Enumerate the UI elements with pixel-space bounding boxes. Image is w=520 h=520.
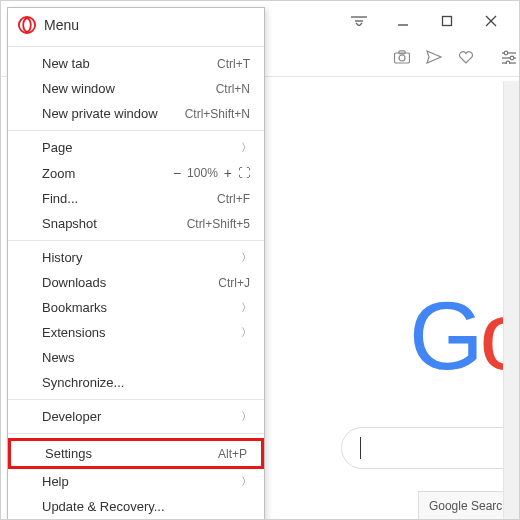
svg-point-16 <box>19 17 35 33</box>
menu-header[interactable]: Menu <box>8 8 264 44</box>
menu-item-accel: Alt+P <box>218 447 247 461</box>
opera-logo-icon <box>18 16 36 34</box>
chevron-right-icon: 〉 <box>241 250 252 265</box>
chevron-right-icon: 〉 <box>241 409 252 424</box>
chevron-right-icon: 〉 <box>241 325 252 340</box>
svg-point-15 <box>506 61 510 64</box>
menu-item-developer[interactable]: Developer 〉 <box>8 404 264 429</box>
menu-item-accel: Ctrl+Shift+N <box>185 107 250 121</box>
chevron-right-icon: 〉 <box>241 474 252 489</box>
zoom-out-button[interactable]: − <box>173 165 181 181</box>
menu-item-settings[interactable]: Settings Alt+P <box>8 438 264 469</box>
menu-item-label: Page <box>42 140 250 155</box>
svg-rect-3 <box>443 17 452 26</box>
menu-item-label: News <box>42 350 250 365</box>
menu-item-news[interactable]: News <box>8 345 264 370</box>
google-logo-g: G <box>409 282 480 389</box>
text-cursor <box>360 437 361 459</box>
menu-item-label: Developer <box>42 409 250 424</box>
menu-item-bookmarks[interactable]: Bookmarks 〉 <box>8 295 264 320</box>
menu-item-label: Snapshot <box>42 216 187 231</box>
menu-item-update-recovery[interactable]: Update & Recovery... <box>8 494 264 519</box>
bookmark-button[interactable] <box>457 50 475 67</box>
menu-separator <box>8 130 264 131</box>
menu-item-label: Settings <box>45 446 218 461</box>
maximize-icon <box>441 15 453 27</box>
menu-item-new-window[interactable]: New window Ctrl+N <box>8 76 264 101</box>
svg-marker-9 <box>427 51 441 63</box>
svg-point-7 <box>399 55 405 61</box>
heart-icon <box>458 50 474 64</box>
menu-item-label: Downloads <box>42 275 218 290</box>
menu-item-extensions[interactable]: Extensions 〉 <box>8 320 264 345</box>
menu-item-accel: Ctrl+J <box>218 276 250 290</box>
menu-item-history[interactable]: History 〉 <box>8 245 264 270</box>
zoom-in-button[interactable]: + <box>224 165 232 181</box>
svg-point-17 <box>23 18 31 32</box>
menu-item-accel: Ctrl+T <box>217 57 250 71</box>
menu-item-label: Find... <box>42 191 217 206</box>
close-icon <box>485 15 497 27</box>
menu-item-label: New tab <box>42 56 217 71</box>
menu-item-synchronize[interactable]: Synchronize... <box>8 370 264 395</box>
chevron-right-icon: 〉 <box>241 300 252 315</box>
menu-item-label: Update & Recovery... <box>42 499 250 514</box>
menu-item-label: Extensions <box>42 325 250 340</box>
menu-separator <box>8 433 264 434</box>
menu-item-label: Zoom <box>42 166 173 181</box>
tabs-menu-button[interactable] <box>337 7 381 35</box>
menu-separator <box>8 46 264 47</box>
easy-setup-icon <box>501 50 517 64</box>
menu-item-label: Help <box>42 474 250 489</box>
svg-rect-8 <box>399 51 405 54</box>
chevron-right-icon: 〉 <box>241 140 252 155</box>
close-button[interactable] <box>469 7 513 35</box>
menu-item-new-private-window[interactable]: New private window Ctrl+Shift+N <box>8 101 264 126</box>
easy-setup-button[interactable] <box>495 50 513 67</box>
menu-item-label: New window <box>42 81 216 96</box>
google-search-label: Google Search <box>429 499 509 513</box>
minimize-button[interactable] <box>381 7 425 35</box>
menu-item-label: Synchronize... <box>42 375 250 390</box>
menu-item-accel: Ctrl+Shift+5 <box>187 217 250 231</box>
menu-item-zoom[interactable]: Zoom − 100% + ⛶ <box>8 160 264 186</box>
svg-point-13 <box>510 56 514 60</box>
menu-item-label: History <box>42 250 250 265</box>
google-search-input[interactable] <box>341 427 519 469</box>
send-button[interactable] <box>425 50 443 67</box>
menu-item-accel: Ctrl+N <box>216 82 250 96</box>
maximize-button[interactable] <box>425 7 469 35</box>
camera-icon <box>394 50 410 64</box>
browser-window: v.google.com <box>1 1 519 519</box>
main-menu: Menu New tab Ctrl+T New window Ctrl+N Ne… <box>7 7 265 520</box>
svg-point-11 <box>504 51 508 55</box>
minimize-icon <box>397 15 409 27</box>
vertical-scrollbar[interactable] <box>503 81 519 519</box>
menu-item-page[interactable]: Page 〉 <box>8 135 264 160</box>
tabs-icon <box>351 16 367 26</box>
send-icon <box>426 50 442 64</box>
address-bar-actions <box>385 50 483 67</box>
zoom-value: 100% <box>187 166 218 180</box>
menu-item-downloads[interactable]: Downloads Ctrl+J <box>8 270 264 295</box>
menu-item-accel: Ctrl+F <box>217 192 250 206</box>
menu-item-label: New private window <box>42 106 185 121</box>
snapshot-button[interactable] <box>393 50 411 67</box>
menu-separator <box>8 240 264 241</box>
fullscreen-button[interactable]: ⛶ <box>238 166 250 180</box>
menu-item-snapshot[interactable]: Snapshot Ctrl+Shift+5 <box>8 211 264 236</box>
menu-item-help[interactable]: Help 〉 <box>8 469 264 494</box>
menu-item-new-tab[interactable]: New tab Ctrl+T <box>8 51 264 76</box>
menu-title: Menu <box>44 17 79 33</box>
menu-item-find[interactable]: Find... Ctrl+F <box>8 186 264 211</box>
window-controls <box>337 7 513 35</box>
menu-separator <box>8 399 264 400</box>
menu-item-label: Bookmarks <box>42 300 250 315</box>
